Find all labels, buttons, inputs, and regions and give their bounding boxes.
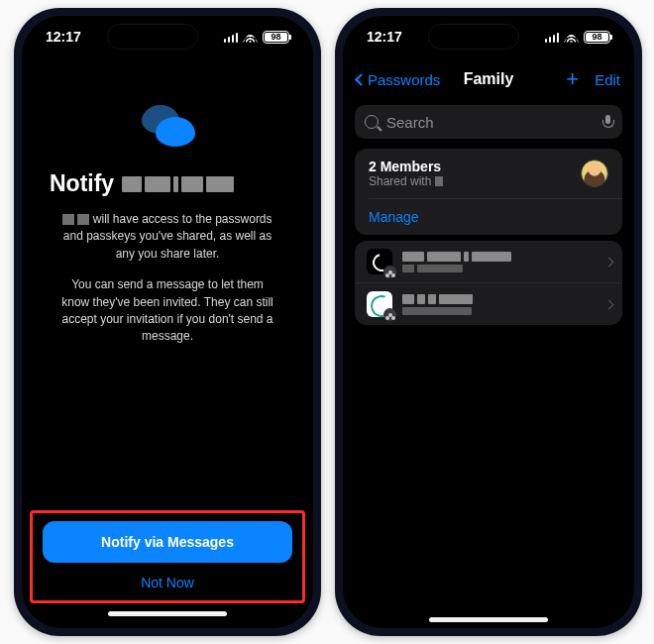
highlight-box: Notify via Messages Not Now <box>30 510 305 603</box>
bottom-actions: Notify via Messages Not Now <box>30 510 305 616</box>
search-field[interactable]: Search <box>355 105 622 139</box>
status-right: 98 <box>545 31 611 44</box>
search-placeholder: Search <box>386 114 595 131</box>
app-icon <box>367 249 392 274</box>
redacted-entry-sub <box>402 307 596 315</box>
edit-button[interactable]: Edit <box>595 71 620 88</box>
wifi-icon <box>243 32 258 43</box>
shared-badge-icon <box>383 308 396 321</box>
phone-left: 12:17 98 Notify will hav <box>14 8 321 636</box>
chevron-left-icon <box>355 73 368 86</box>
manage-button[interactable]: Manage <box>355 199 622 235</box>
chevron-right-icon <box>604 299 614 309</box>
dynamic-island <box>428 24 519 50</box>
cell-signal-icon <box>545 32 560 43</box>
not-now-button[interactable]: Not Now <box>43 563 292 594</box>
home-indicator <box>108 611 227 616</box>
screen-left: 12:17 98 Notify will hav <box>22 16 313 628</box>
redacted-entry-sub <box>402 265 596 272</box>
search-icon <box>365 115 379 129</box>
password-entry[interactable] <box>355 241 622 282</box>
nav-bar: Passwords Family + Edit <box>343 59 634 99</box>
add-button[interactable]: + <box>566 68 579 90</box>
notify-paragraph-1: will have access to the passwords and pa… <box>22 197 313 263</box>
redacted-entry-title <box>402 252 596 262</box>
chevron-right-icon <box>604 257 614 267</box>
notify-title: Notify <box>22 170 313 197</box>
messages-bubble-icon <box>140 105 195 149</box>
notify-via-messages-button[interactable]: Notify via Messages <box>43 521 292 563</box>
password-entry[interactable] <box>355 282 622 325</box>
redacted-entry-title <box>402 294 596 304</box>
app-icon <box>367 291 392 317</box>
members-count: 2 Members <box>369 159 443 174</box>
cell-signal-icon <box>224 32 239 43</box>
shared-with-line: Shared with <box>369 174 443 188</box>
notify-title-prefix: Notify <box>50 170 114 197</box>
members-card: 2 Members Shared with Manage <box>355 149 622 235</box>
member-avatar <box>581 160 608 187</box>
status-time: 12:17 <box>46 29 81 45</box>
redacted-short-name <box>62 214 89 225</box>
redacted-member <box>435 176 443 186</box>
passwords-list <box>355 241 622 325</box>
back-label: Passwords <box>368 71 440 88</box>
members-row[interactable]: 2 Members Shared with <box>355 149 622 198</box>
home-indicator <box>429 617 548 622</box>
back-button[interactable]: Passwords <box>357 71 440 88</box>
status-bar: 12:17 98 <box>22 16 313 57</box>
status-right: 98 <box>224 31 290 44</box>
battery-icon: 98 <box>584 31 610 44</box>
wifi-icon <box>564 32 579 43</box>
shared-badge-icon <box>383 266 396 278</box>
microphone-icon[interactable] <box>602 115 612 130</box>
phone-right: 12:17 98 Passwords Family + Edit <box>335 8 642 636</box>
status-bar: 12:17 98 <box>343 16 634 57</box>
redacted-name <box>122 176 234 192</box>
notify-paragraph-2: You can send a message to let them know … <box>22 263 313 346</box>
battery-icon: 98 <box>263 31 289 44</box>
screen-right: 12:17 98 Passwords Family + Edit <box>343 16 634 628</box>
status-time: 12:17 <box>367 29 402 45</box>
dynamic-island <box>107 24 198 50</box>
